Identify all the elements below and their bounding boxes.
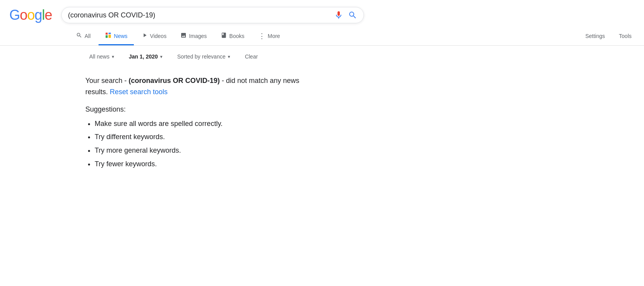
no-results-prefix: Your search - <box>85 77 128 84</box>
settings-label: Settings <box>585 33 605 39</box>
all-news-filter[interactable]: All news ▼ <box>85 51 119 62</box>
clear-button[interactable]: Clear <box>241 51 261 62</box>
date-chevron: ▼ <box>159 55 163 59</box>
search-icons <box>334 10 357 20</box>
tab-books[interactable]: Books <box>215 28 251 45</box>
suggestions-list: Make sure all words are spelled correctl… <box>85 118 310 170</box>
tab-images[interactable]: Images <box>174 28 213 45</box>
news-icon <box>105 32 112 40</box>
tab-images-label: Images <box>189 33 207 39</box>
tab-more-label: More <box>268 33 280 39</box>
svg-rect-3 <box>108 35 111 38</box>
suggestion-1: Make sure all words are spelled correctl… <box>95 118 310 129</box>
mic-icon[interactable] <box>334 10 343 20</box>
tools-label: Tools <box>619 33 632 39</box>
logo-g1: G <box>9 7 20 23</box>
images-icon <box>180 32 187 40</box>
tab-news-label: News <box>114 33 128 39</box>
tools-link[interactable]: Tools <box>613 29 638 44</box>
date-label: Jan 1, 2020 <box>129 53 158 60</box>
nav-tabs: All News Videos Images Books ⋮ <box>0 23 644 46</box>
search-bar-wrapper <box>61 7 364 23</box>
sort-filter[interactable]: Sorted by relevance ▼ <box>173 51 235 62</box>
suggestion-4: Try fewer keywords. <box>95 159 310 170</box>
more-dots-icon: ⋮ <box>258 32 265 40</box>
search-icon[interactable] <box>348 10 357 20</box>
sort-label: Sorted by relevance <box>177 53 226 60</box>
logo-g2: g <box>35 7 42 23</box>
reset-search-tools-link[interactable]: Reset search tools <box>110 88 168 96</box>
all-news-chevron: ▼ <box>111 55 115 59</box>
tab-videos-label: Videos <box>150 33 167 39</box>
tab-books-label: Books <box>229 33 244 39</box>
main-content: Your search - (coronavirus OR COVID-19) … <box>0 67 310 170</box>
header: Google <box>0 0 644 23</box>
google-logo: Google <box>9 7 52 23</box>
suggestion-3: Try more general keywords. <box>95 145 310 156</box>
no-results-message: Your search - (coronavirus OR COVID-19) … <box>85 75 310 98</box>
books-icon <box>221 32 227 40</box>
logo-e: e <box>45 7 52 23</box>
search-bar <box>61 7 364 23</box>
all-icon <box>76 32 82 40</box>
logo-o1: o <box>20 7 27 23</box>
clear-label: Clear <box>245 53 258 60</box>
sort-chevron: ▼ <box>227 55 231 59</box>
suggestion-2: Try different keywords. <box>95 131 310 143</box>
date-filter[interactable]: Jan 1, 2020 ▼ <box>125 51 167 62</box>
nav-right: Settings Tools <box>579 29 644 44</box>
all-news-label: All news <box>89 53 109 60</box>
svg-rect-0 <box>106 33 107 34</box>
search-input[interactable] <box>68 11 330 19</box>
tab-news[interactable]: News <box>99 28 134 45</box>
logo-o2: o <box>27 7 35 23</box>
suggestions-title: Suggestions: <box>85 105 310 114</box>
tab-all[interactable]: All <box>70 28 97 45</box>
svg-rect-1 <box>106 35 107 38</box>
tab-videos[interactable]: Videos <box>135 28 173 45</box>
svg-rect-2 <box>108 33 111 34</box>
no-results-query: (coronavirus OR COVID-19) <box>128 77 220 84</box>
logo-l: l <box>42 7 45 23</box>
settings-link[interactable]: Settings <box>579 29 611 44</box>
tab-all-label: All <box>85 33 91 39</box>
videos-icon <box>142 32 148 40</box>
tab-more[interactable]: ⋮ More <box>252 28 286 45</box>
filter-bar: All news ▼ Jan 1, 2020 ▼ Sorted by relev… <box>0 46 644 67</box>
